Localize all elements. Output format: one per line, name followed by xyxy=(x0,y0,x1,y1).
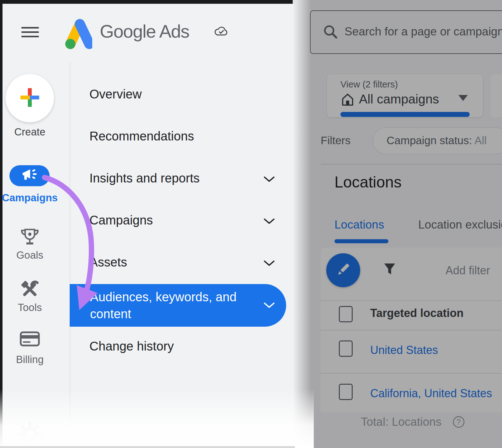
sidebar-item-campaigns[interactable] xyxy=(9,165,50,186)
add-filter-button[interactable]: Add filter xyxy=(446,264,490,277)
tab-location-exclusions[interactable]: Location exclusions xyxy=(418,218,502,231)
table-divider xyxy=(321,373,502,374)
search-icon xyxy=(323,24,339,41)
pencil-icon xyxy=(334,261,352,280)
nav-item-assets[interactable]: Assets xyxy=(89,255,259,271)
help-icon[interactable]: ? xyxy=(452,415,466,430)
filter-funnel-icon[interactable] xyxy=(382,262,397,278)
sidebar-label-tools[interactable]: Tools xyxy=(0,302,60,314)
chevron-down-icon[interactable] xyxy=(264,302,275,308)
nav-item-insights-and-reports[interactable]: Insights and reports xyxy=(89,171,259,187)
sidebar-label-goals[interactable]: Goals xyxy=(0,249,60,261)
table-divider xyxy=(321,300,502,301)
nav-item-change-history[interactable]: Change history xyxy=(89,339,259,355)
billing-card-icon[interactable] xyxy=(20,331,40,348)
active-tab-indicator xyxy=(334,239,388,243)
dropdown-caret-icon[interactable] xyxy=(458,95,468,101)
sidebar-label-campaigns: Campaigns xyxy=(0,192,60,204)
main-content-panel: Search for a page or campaign View (2 fi… xyxy=(293,0,502,448)
row-checkbox[interactable] xyxy=(339,384,353,400)
menu-hamburger-icon[interactable] xyxy=(21,27,39,38)
row-checkbox[interactable] xyxy=(339,340,353,357)
search-placeholder: Search for a page or campaign xyxy=(344,25,502,38)
gear-icon[interactable] xyxy=(17,422,42,448)
nav-item-recommendations[interactable]: Recommendations xyxy=(89,129,259,145)
svg-text:?: ? xyxy=(457,418,461,426)
view-filter-chip[interactable]: View (2 filters) All campaigns xyxy=(327,74,483,117)
google-plus-icon xyxy=(18,86,41,110)
column-header-targeted-location: Targeted location xyxy=(370,307,463,320)
section-divider xyxy=(321,164,502,165)
view-chip-label: View (2 filters) xyxy=(340,79,398,90)
create-button[interactable] xyxy=(6,74,54,122)
filters-label: Filters xyxy=(321,134,350,147)
nav-item-audiences-keywords-content-active[interactable]: Audiences, keywords, and content xyxy=(70,284,286,327)
cloud-check-icon xyxy=(214,26,228,38)
home-icon xyxy=(340,92,355,108)
tools-icon[interactable] xyxy=(20,279,40,301)
screenshot-top-edge xyxy=(0,0,295,4)
table-footer-total: Total: Locations xyxy=(361,415,441,429)
edit-button[interactable] xyxy=(326,253,360,287)
megaphone-icon xyxy=(22,169,37,183)
view-chip-value: All campaigns xyxy=(359,92,439,107)
view-chip-active-indicator xyxy=(340,112,470,117)
chevron-down-icon[interactable] xyxy=(264,260,275,266)
sidebar-label-billing[interactable]: Billing xyxy=(0,354,60,366)
location-link-california[interactable]: California, United States xyxy=(370,387,492,400)
screenshot-left-edge xyxy=(0,0,3,448)
chevron-down-icon[interactable] xyxy=(264,218,275,224)
campaign-status-label: Campaign status: xyxy=(387,134,472,146)
sidebar-divider xyxy=(70,62,70,435)
select-all-checkbox[interactable] xyxy=(339,306,353,322)
view-chip-secondary[interactable] xyxy=(490,74,502,117)
tab-locations[interactable]: Locations xyxy=(334,218,384,231)
app-title: Google Ads xyxy=(100,21,189,42)
chevron-down-icon[interactable] xyxy=(264,176,275,182)
campaign-status-filter-chip[interactable]: Campaign status: All xyxy=(373,127,502,154)
locations-table: Add filter Targeted location United Stat… xyxy=(321,248,502,412)
google-ads-screenshot: Google Ads Create Ca xyxy=(0,0,502,448)
nav-item-campaigns[interactable]: Campaigns xyxy=(89,213,259,229)
page-title: Locations xyxy=(334,173,402,191)
table-divider xyxy=(321,330,502,330)
nav-item-overview[interactable]: Overview xyxy=(89,87,259,103)
screenshot-bottom-edge xyxy=(0,446,295,448)
google-ads-logo-icon xyxy=(61,18,92,52)
create-label: Create xyxy=(0,126,60,138)
nav-item-label: Audiences, keywords, and content xyxy=(90,288,266,322)
trophy-icon[interactable] xyxy=(20,227,40,248)
location-link-united-states[interactable]: United States xyxy=(370,344,438,357)
